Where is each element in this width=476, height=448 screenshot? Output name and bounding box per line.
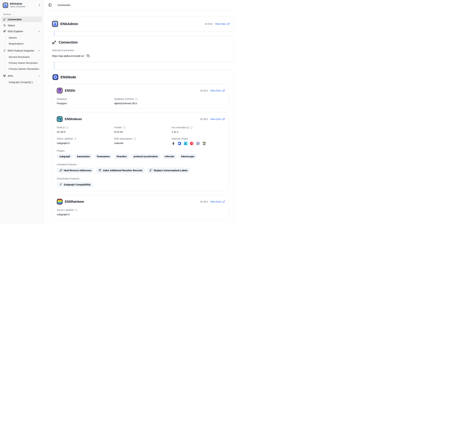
sidebar-item-label: APIs: [8, 74, 13, 77]
ensdb-view-docs-link[interactable]: View Docs: [210, 89, 225, 92]
ethereum-chain-icon: [171, 142, 175, 145]
breadcrumb: Connection: [57, 4, 70, 6]
sidebar-item-apis[interactable]: APIs: [1, 73, 42, 79]
activity-icon: [3, 24, 6, 27]
feature-pill: Subgraph Compatibility: [57, 182, 93, 187]
copy-url-button[interactable]: [86, 54, 90, 58]
sidebar-item-primary-name-resolution[interactable]: Primary Name Resolution: [7, 60, 42, 66]
deactivated-features-row: Subgraph Compatibility: [57, 182, 225, 187]
deactivated-features-label: Deactivated Features: [57, 177, 225, 180]
sidebar-item-label: Status: [8, 24, 15, 27]
content: ENSAdmin v0.36.0 View Docs: [44, 10, 238, 224]
client-labelset-field: Client LabelSet subgraph:0: [57, 137, 110, 145]
field-label-text: Database Schema: [114, 98, 134, 100]
ensrainbow-view-docs-link[interactable]: View Docs: [210, 200, 225, 203]
ensrainbow-title: ENSRainbow: [65, 200, 84, 204]
radio-tower-icon: [3, 74, 6, 77]
plugin-pill: referrals: [162, 154, 177, 159]
info-icon[interactable]: [134, 138, 136, 140]
topbar-separator: [55, 4, 55, 6]
feature-pill: Replace Unnormalized Labels: [147, 167, 190, 173]
plugin-pill: protocol-acceleration: [131, 154, 160, 159]
plugins-row: subgraph basenames lineanames threedns p…: [57, 154, 225, 159]
plugins-label: Plugins: [57, 149, 225, 152]
info-icon[interactable]: [66, 126, 68, 129]
connection-card-title: Connection: [59, 40, 78, 44]
app-subtitle: Select ENSNode: [10, 6, 36, 8]
plugin-pill: tokenscope: [179, 154, 197, 159]
field-label-text: Indexed Chains: [171, 137, 188, 140]
sidebar-section-label: Services: [1, 12, 42, 17]
ens-namespace-value: mainnet: [114, 142, 168, 144]
info-icon[interactable]: [123, 126, 126, 129]
sidebar-item-primary-names-resolution[interactable]: Primary Names Resolution: [7, 66, 42, 72]
sidebar-item-ens-protocol-inspector[interactable]: ENS Protocol Inspector: [1, 48, 42, 53]
connection-card: Connection Selected Connection https://a…: [48, 36, 234, 62]
chevron-down-icon: [38, 30, 40, 33]
ens-normalize-field: ens-normalize.js 1.11.1: [171, 126, 225, 133]
activated-features-label: Activated Features: [57, 163, 225, 166]
external-link-icon: [222, 89, 225, 92]
ponder-value: 0.13.14: [114, 130, 168, 133]
activated-features-row: Heal Reverse Addresses Index Additional …: [57, 167, 225, 173]
ensdb-version: v0.36.0: [200, 89, 208, 92]
database-value: Postgres: [57, 102, 110, 105]
optimism-chain-icon: [190, 142, 194, 145]
external-link-icon: [222, 201, 225, 203]
app-titles: ENSAdmin Select ENSNode: [10, 2, 36, 8]
ensindexer-version: v0.36.0: [200, 118, 208, 121]
sidebar-item-record-resolution[interactable]: Record Resolution: [7, 54, 42, 60]
sidebar-item-connection[interactable]: Connection: [1, 17, 42, 22]
feature-label: Heal Reverse Addresses: [64, 169, 91, 172]
database-plus-icon: [99, 169, 102, 172]
ensnode-title: ENSNode: [61, 75, 76, 79]
view-docs-label: View Docs: [210, 118, 221, 121]
plug-zap-icon: [3, 18, 6, 21]
connector-line: [54, 62, 55, 70]
sidebar-item-subgraph-graphql[interactable]: Subgraph (GraphQL): [7, 79, 42, 85]
ensdb-title: ENSDb: [65, 89, 75, 92]
plugin-pill: subgraph: [57, 154, 73, 159]
app-name: ENSAdmin: [10, 2, 36, 6]
ensnode-selector[interactable]: ENSAdmin Select ENSNode: [1, 1, 42, 9]
ensadmin-view-docs-link[interactable]: View Docs: [215, 23, 230, 25]
connection-url: https://api.alpha.ensnode.io/: [52, 54, 84, 57]
ensindexer-view-docs-link[interactable]: View Docs: [210, 118, 225, 121]
sidebar-item-status[interactable]: Status: [1, 23, 42, 28]
view-docs-label: View Docs: [210, 89, 221, 92]
ensnode-card: ENSNode: [48, 70, 234, 224]
sidebar-item-ens-explorer[interactable]: ENS Explorer: [1, 29, 42, 34]
view-docs-label: View Docs: [210, 200, 221, 203]
field-label-text: Ponder: [114, 126, 122, 129]
info-icon[interactable]: [190, 126, 193, 129]
external-link-icon: [227, 23, 230, 25]
ensrainbow-icon: [57, 199, 62, 205]
feature-label: Replace Unnormalized Labels: [154, 169, 187, 172]
ens-namespace-field: ENS Namespace mainnet: [114, 137, 168, 145]
nodejs-field: Node.js 22.20.0: [57, 126, 110, 133]
server-labelset-value: subgraph:0: [57, 213, 110, 216]
ensadmin-card-title: ENSAdmin: [60, 22, 78, 26]
info-icon[interactable]: [75, 209, 78, 211]
ensrainbow-version: v0.36.0: [200, 200, 208, 203]
selected-connection-label: Selected Connection: [52, 49, 230, 52]
pill-capsule-icon: [59, 169, 62, 172]
ens-normalize-value: 1.11.1: [171, 130, 225, 133]
info-icon[interactable]: [74, 138, 77, 140]
feature-pill: Heal Reverse Addresses: [57, 167, 94, 173]
telescope-icon: [3, 30, 6, 33]
sidebar-nav: Connection Status ENS Explorer Names: [1, 17, 42, 86]
plugin-pill: basenames: [74, 154, 93, 159]
ponder-field: Ponder 0.13.14: [114, 126, 168, 133]
info-icon[interactable]: [135, 98, 138, 100]
subgraph-icon: [59, 183, 62, 186]
sidebar-item-registrations[interactable]: Registrations: [7, 41, 42, 46]
feature-pill: Index Additional Resolver Records: [96, 167, 145, 173]
ensadmin-logo-icon: [3, 3, 8, 8]
sidebar-item-names[interactable]: Names: [7, 35, 42, 40]
feature-label: Index Additional Resolver Records: [103, 169, 142, 172]
sidebar-toggle-button[interactable]: [47, 3, 52, 8]
plugin-pill: lineanames: [94, 154, 112, 159]
linea-chain-icon: [184, 142, 187, 145]
indexed-chains-field: Indexed Chains: [171, 137, 225, 145]
